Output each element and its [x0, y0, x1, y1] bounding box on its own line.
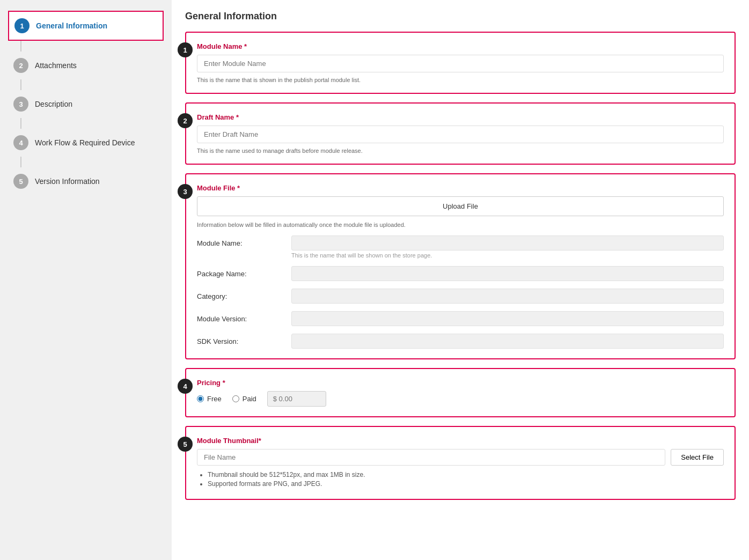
autofill-package-name-row: Package Name: — [197, 266, 724, 281]
autofill-category-label: Category: — [197, 289, 283, 300]
step-5-circle: 5 — [13, 174, 28, 189]
autofill-category-input[interactable] — [291, 289, 724, 304]
sidebar-item-general-information[interactable]: 1 General Information — [8, 11, 164, 41]
connector-1-2 — [20, 41, 21, 51]
autofill-module-version-wrap — [291, 311, 724, 326]
autofill-module-version-input[interactable] — [291, 311, 724, 326]
autofill-fields: Module Name: This is the name that will … — [197, 235, 724, 349]
sidebar-item-description[interactable]: 3 Description — [8, 90, 164, 118]
free-label: Free — [207, 395, 222, 403]
pricing-label: Pricing * — [197, 379, 724, 387]
main-content: General Information 1 Module Name * This… — [172, 0, 749, 560]
module-file-label: Module File * — [197, 184, 724, 192]
autofill-package-name-input[interactable] — [291, 266, 724, 281]
draft-name-hint: This is the name used to manage drafts b… — [197, 148, 724, 154]
draft-name-input[interactable] — [197, 126, 724, 143]
free-option[interactable]: Free — [197, 395, 222, 403]
filename-input[interactable] — [197, 449, 665, 466]
sidebar-label-general: General Information — [36, 21, 107, 30]
connector-4-5 — [20, 157, 21, 167]
connector-2-3 — [20, 79, 21, 90]
thumbnail-hint-2: Supported formats are PNG, and JPEG. — [208, 480, 724, 488]
autofill-module-version-row: Module Version: — [197, 311, 724, 326]
autofill-sdk-version-wrap — [291, 334, 724, 349]
autofill-sdk-version-input[interactable] — [291, 334, 724, 349]
autofill-category-wrap — [291, 289, 724, 304]
paid-radio[interactable] — [232, 395, 239, 402]
autofill-module-name-input[interactable] — [291, 235, 724, 250]
sidebar-label-version: Version Information — [35, 177, 100, 186]
paid-label: Paid — [243, 395, 256, 403]
sidebar-label-workflow: Work Flow & Required Device — [35, 138, 135, 147]
autofill-module-name-hint: This is the name that will be shown on t… — [291, 252, 724, 259]
upload-hint: Information below will be filled in auto… — [197, 222, 724, 228]
thumbnail-label: Module Thumbnail* — [197, 437, 724, 445]
autofill-module-name-label: Module Name: — [197, 235, 283, 247]
autofill-category-row: Category: — [197, 289, 724, 304]
section-module-file: 3 Module File * Upload File Information … — [185, 173, 736, 359]
sidebar-label-description: Description — [35, 100, 72, 108]
draft-name-label: Draft Name * — [197, 113, 724, 121]
autofill-module-name-wrap: This is the name that will be shown on t… — [291, 235, 724, 259]
step-3-circle: 3 — [13, 97, 28, 112]
section-3-number: 3 — [178, 184, 193, 199]
module-name-hint: This is the name that is shown in the pu… — [197, 77, 724, 83]
upload-file-button[interactable]: Upload File — [197, 196, 724, 216]
module-name-input[interactable] — [197, 55, 724, 72]
section-draft-name: 2 Draft Name * This is the name used to … — [185, 102, 736, 165]
step-2-circle: 2 — [13, 58, 28, 73]
price-input[interactable] — [267, 391, 326, 407]
step-4-circle: 4 — [13, 135, 28, 150]
thumbnail-hint-1: Thumbnail should be 512*512px, and max 1… — [208, 471, 724, 478]
paid-option[interactable]: Paid — [232, 395, 256, 403]
connector-3-4 — [20, 118, 21, 129]
section-1-number: 1 — [178, 42, 193, 57]
thumbnail-file-row: Select File — [197, 449, 724, 466]
autofill-sdk-version-label: SDK Version: — [197, 334, 283, 345]
section-2-number: 2 — [178, 113, 193, 128]
autofill-package-name-wrap — [291, 266, 724, 281]
page-title: General Information — [185, 11, 736, 22]
sidebar-label-attachments: Attachments — [35, 61, 77, 70]
autofill-module-name-row: Module Name: This is the name that will … — [197, 235, 724, 259]
select-file-button[interactable]: Select File — [671, 449, 724, 466]
step-1-circle: 1 — [14, 18, 30, 33]
sidebar-item-version[interactable]: 5 Version Information — [8, 167, 164, 195]
thumbnail-hints-list: Thumbnail should be 512*512px, and max 1… — [197, 471, 724, 488]
autofill-module-version-label: Module Version: — [197, 311, 283, 323]
section-pricing: 4 Pricing * Free Paid — [185, 368, 736, 417]
sidebar-item-workflow[interactable]: 4 Work Flow & Required Device — [8, 129, 164, 157]
free-radio[interactable] — [197, 395, 204, 402]
section-module-name: 1 Module Name * This is the name that is… — [185, 32, 736, 94]
sidebar-item-attachments[interactable]: 2 Attachments — [8, 51, 164, 79]
module-name-label: Module Name * — [197, 42, 724, 50]
sidebar: 1 General Information 2 Attachments 3 De… — [0, 0, 172, 560]
section-4-number: 4 — [178, 379, 193, 394]
section-thumbnail: 5 Module Thumbnail* Select File Thumbnai… — [185, 426, 736, 500]
autofill-sdk-version-row: SDK Version: — [197, 334, 724, 349]
pricing-options: Free Paid — [197, 391, 724, 407]
section-5-number: 5 — [178, 437, 193, 452]
autofill-package-name-label: Package Name: — [197, 266, 283, 278]
